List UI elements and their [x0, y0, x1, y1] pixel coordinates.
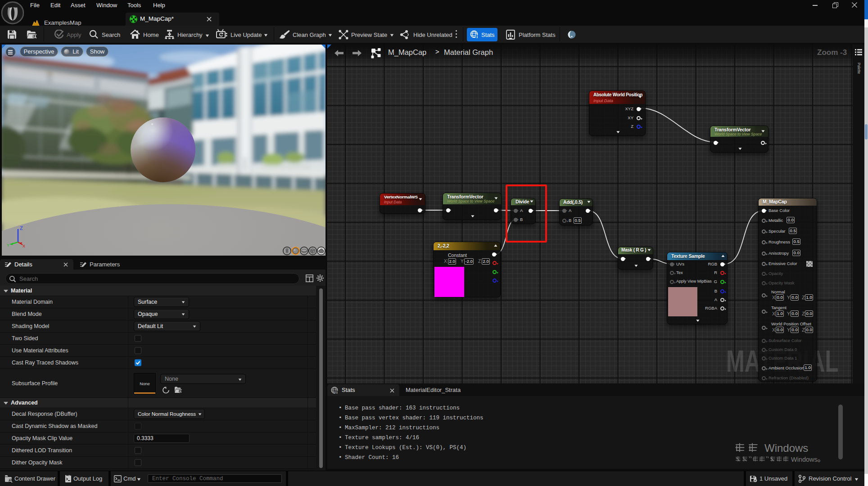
- svg-text:i: i: [477, 35, 478, 39]
- svg-text:i: i: [336, 390, 337, 394]
- svg-text:X: X: [23, 244, 25, 248]
- svg-text:Windows: Windows: [764, 442, 808, 454]
- svg-text:Windows: Windows: [791, 456, 818, 463]
- svg-text:Y: Y: [7, 243, 9, 248]
- svg-text:Z: Z: [20, 225, 23, 231]
